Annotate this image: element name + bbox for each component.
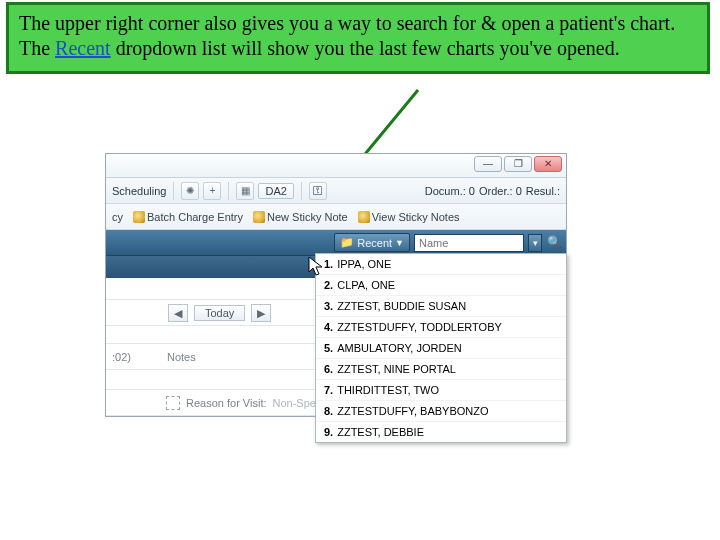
recent-item[interactable]: 4.ZZTESTDUFFY, TODDLERTOBY [316, 317, 566, 338]
plus-icon[interactable]: + [203, 182, 221, 200]
time-stamp: :02) [112, 351, 131, 363]
sun-icon[interactable]: ✺ [181, 182, 199, 200]
chevron-down-icon: ▼ [395, 238, 404, 248]
name-dropdown-button[interactable]: ▾ [528, 234, 542, 252]
toolbar-primary: Scheduling ✺ + ▦ DA2 ⚿ Docum.: 0 Order.:… [106, 178, 566, 204]
recent-item[interactable]: 1.IPPA, ONE [316, 254, 566, 275]
recent-item[interactable]: 6.ZZTEST, NINE PORTAL [316, 359, 566, 380]
toolbar-secondary: cy Batch Charge Entry New Sticky Note Vi… [106, 204, 566, 230]
recent-item[interactable]: 2.CLPA, ONE [316, 275, 566, 296]
recent-item[interactable]: 5.AMBULATORY, JORDEN [316, 338, 566, 359]
recent-item[interactable]: 8.ZZTESTDUFFY, BABYBONZO [316, 401, 566, 422]
da2-chip[interactable]: DA2 [258, 183, 293, 199]
scheduling-label[interactable]: Scheduling [112, 185, 166, 197]
calendar-icon[interactable]: ▦ [236, 182, 254, 200]
close-button[interactable]: ✕ [534, 156, 562, 172]
truncated-cy-label[interactable]: cy [112, 211, 123, 223]
title-bar: — ❐ ✕ [106, 154, 566, 178]
order-counter: Order.: 0 [479, 185, 522, 197]
recent-item[interactable]: 9.ZZTEST, DEBBIE [316, 422, 566, 442]
recent-dropdown-list: 1.IPPA, ONE 2.CLPA, ONE 3.ZZTEST, BUDDIE… [315, 253, 567, 443]
instruction-callout: The upper right corner also gives you a … [6, 2, 710, 74]
patient-name-input[interactable] [414, 234, 524, 252]
recent-dropdown-button[interactable]: 📁 Recent ▼ [334, 233, 410, 252]
folder-icon: 📁 [340, 236, 354, 249]
batch-icon [133, 211, 145, 223]
callout-text-after: dropdown list will show you the last few… [111, 37, 620, 59]
notes-label[interactable]: Notes [167, 351, 196, 363]
maximize-button[interactable]: ❐ [504, 156, 532, 172]
resul-counter: Resul.: [526, 185, 560, 197]
docum-counter: Docum.: 0 [425, 185, 475, 197]
today-button[interactable]: Today [194, 305, 245, 321]
add-reason-icon[interactable] [166, 396, 180, 410]
view-sticky-notes-button[interactable]: View Sticky Notes [358, 211, 460, 223]
next-day-button[interactable]: ▶ [251, 304, 271, 322]
new-sticky-note-button[interactable]: New Sticky Note [253, 211, 348, 223]
batch-charge-entry-button[interactable]: Batch Charge Entry [133, 211, 243, 223]
recent-item[interactable]: 3.ZZTEST, BUDDIE SUSAN [316, 296, 566, 317]
prev-day-button[interactable]: ◀ [168, 304, 188, 322]
search-icon[interactable]: 🔍 [546, 235, 562, 251]
recent-item[interactable]: 7.THIRDITTEST, TWO [316, 380, 566, 401]
minimize-button[interactable]: — [474, 156, 502, 172]
separator [228, 182, 229, 200]
recent-label: Recent [357, 237, 392, 249]
note-icon [253, 211, 265, 223]
key-icon[interactable]: ⚿ [309, 182, 327, 200]
separator [301, 182, 302, 200]
separator [173, 182, 174, 200]
callout-recent-word: Recent [55, 37, 111, 59]
notes-icon [358, 211, 370, 223]
reason-label: Reason for Visit: [186, 397, 267, 409]
window-controls: — ❐ ✕ [474, 156, 562, 172]
